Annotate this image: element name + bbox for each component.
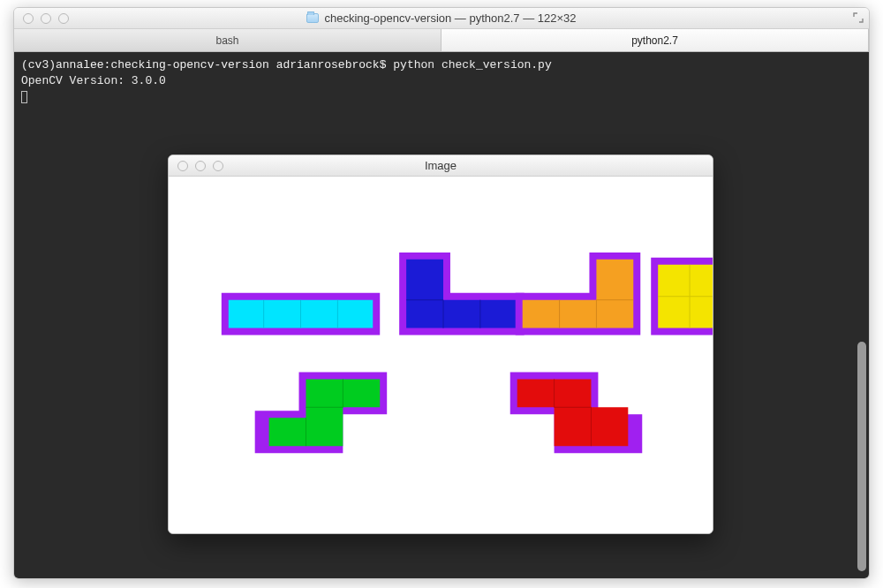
traffic-lights bbox=[23, 13, 69, 24]
tab-python[interactable]: python2.7 bbox=[442, 29, 869, 51]
terminal-tabs: bash python2.7 bbox=[14, 29, 869, 52]
scrollbar-thumb[interactable] bbox=[857, 342, 866, 571]
tetris-svg bbox=[169, 177, 713, 533]
folder-icon bbox=[306, 13, 319, 23]
prompt-text: (cv3)annalee:checking-opencv-version adr… bbox=[21, 58, 393, 72]
zoom-icon[interactable] bbox=[58, 13, 69, 24]
shape-z bbox=[510, 372, 643, 453]
terminal-title: checking-opencv-version — python2.7 — 12… bbox=[14, 11, 869, 25]
terminal-title-text: checking-opencv-version — python2.7 — 12… bbox=[324, 11, 576, 25]
terminal-line-1: (cv3)annalee:checking-opencv-version adr… bbox=[21, 57, 862, 73]
tab-label: python2.7 bbox=[631, 34, 678, 47]
image-window-title: Image bbox=[169, 159, 713, 172]
command-text: python check_version.py bbox=[393, 58, 551, 72]
tab-label: bash bbox=[215, 34, 238, 47]
tab-bash[interactable]: bash bbox=[14, 29, 442, 51]
close-icon[interactable] bbox=[23, 13, 34, 24]
shape-i bbox=[222, 293, 380, 335]
terminal-line-3 bbox=[21, 89, 862, 105]
image-canvas bbox=[169, 177, 713, 533]
terminal-scrollbar[interactable] bbox=[857, 59, 866, 571]
minimize-icon[interactable] bbox=[41, 13, 51, 24]
shape-l bbox=[516, 253, 641, 335]
image-titlebar[interactable]: Image bbox=[169, 155, 713, 177]
shape-j bbox=[399, 253, 525, 335]
image-window: Image bbox=[168, 155, 713, 534]
terminal-titlebar[interactable]: checking-opencv-version — python2.7 — 12… bbox=[14, 8, 869, 29]
expand-icon[interactable] bbox=[853, 12, 864, 25]
cursor-icon bbox=[21, 91, 27, 103]
shape-s bbox=[255, 372, 388, 453]
terminal-line-2: OpenCV Version: 3.0.0 bbox=[21, 73, 862, 89]
